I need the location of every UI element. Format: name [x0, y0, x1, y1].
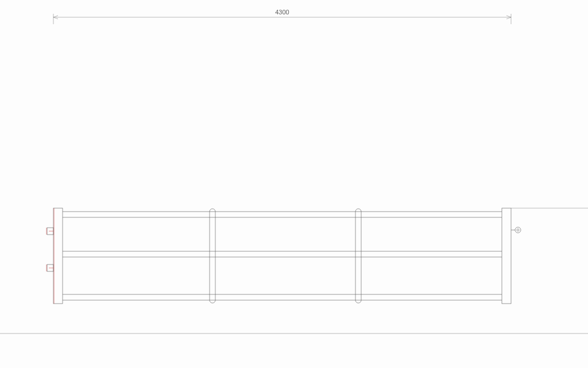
svg-point-24 — [517, 229, 519, 231]
svg-rect-6 — [502, 208, 511, 304]
svg-rect-5 — [53, 208, 63, 304]
dimension-width-label: 4300 — [275, 9, 289, 16]
latch-ring — [515, 227, 521, 233]
